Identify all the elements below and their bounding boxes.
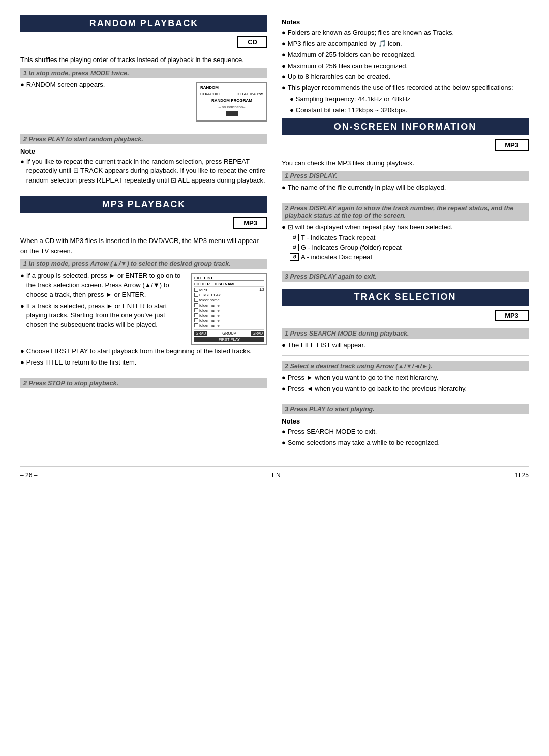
mp3-bullet-2: ● If a track is selected, press ► or ENT…: [20, 301, 186, 330]
track-notes-bullets: ● Press SEARCH MODE to exit. ● Some sele…: [282, 427, 529, 448]
random-note-bullets: ● If you like to repeat the current trac…: [20, 157, 267, 186]
file-icon: [194, 293, 198, 297]
note-3-text: Maximum of 255 folders can be recognized…: [288, 50, 416, 60]
bullet-dot: ●: [20, 157, 24, 167]
track-step2-bullet-2: ● Press ◄ when you want to go back to th…: [282, 384, 529, 394]
track-selection-section: Track Selection MP3 1 Press SEARCH MODE …: [282, 289, 529, 448]
on-screen-divider2: [282, 266, 529, 266]
notes-label: Notes: [282, 18, 529, 26]
filelist-folder-row: MP3 1/2: [194, 288, 264, 292]
random-step1-bullet-text: RANDOM screen appears.: [26, 80, 105, 90]
bullet-dot: ●: [282, 341, 286, 350]
folder-icon: [194, 288, 198, 292]
note-bullet-3: ● Maximum of 255 folders can be recogniz…: [282, 50, 529, 60]
screen-header: RANDOM: [200, 85, 263, 90]
track-step1-bullet: ● The FILE LIST will appear.: [282, 341, 529, 350]
track-step1-text: The FILE LIST will appear.: [288, 341, 365, 350]
filelist-bottom-left: GROUP: [222, 331, 236, 336]
track-step2-text-2: Press ◄ when you want to go back to the …: [288, 384, 467, 394]
section-divider: [20, 191, 267, 191]
filelist-first-play-btn: FIRST PLAY: [194, 337, 264, 342]
on-screen-step2-bullet: ● ⊡ will be displayed when repeat play h…: [282, 223, 529, 232]
filelist-row-2-text: folder name: [199, 303, 220, 308]
on-screen-header: On-Screen Information: [282, 118, 529, 135]
filelist-row-5: folder name: [194, 318, 264, 323]
cd-badge: CD: [237, 36, 267, 48]
note-bullet-1: ● Folders are known as Groups; files are…: [282, 28, 529, 38]
note-indent-bullets: ● Sampling frequency: 44.1kHz or 48kHz ●…: [290, 95, 529, 115]
filelist-row-1-text: folder name: [199, 298, 220, 303]
note-7-text: Sampling frequency: 44.1kHz or 48kHz: [296, 95, 410, 104]
page-footer: – 26 – EN 1L25: [20, 466, 529, 479]
track-selection-badge-container: MP3: [282, 310, 529, 325]
repeat-track-text: T - indicates Track repeat: [301, 234, 375, 241]
random-step1-label: 1 In stop mode, press MODE twice.: [20, 68, 267, 78]
filelist-bottom: GRAD GROUP GRAD: [194, 329, 264, 336]
filelist-row-3-text: folder name: [199, 308, 220, 313]
mp3-playback-section: MP3 Playback MP3 When a CD with MP3 file…: [20, 196, 267, 388]
repeat-g-icon: ↺: [290, 244, 299, 251]
repeat-disc-text: A - indicates Disc repeat: [301, 253, 372, 261]
note-bullet-8: ● Constant bit rate: 112kbps ~ 320kbps.: [290, 106, 529, 115]
bullet-dot: ●: [282, 72, 286, 82]
repeat-track: ↺ T - indicates Track repeat: [290, 234, 529, 241]
track-selection-header: Track Selection: [282, 289, 529, 306]
filelist-first-play: FIRST PLAY: [194, 293, 264, 297]
screen-small: – no indication–: [200, 105, 263, 109]
on-screen-step2-text: ⊡ will be displayed when repeat play has…: [288, 223, 453, 232]
repeat-items-list: ↺ T - indicates Track repeat ↺ G - indic…: [290, 234, 529, 261]
bullet-dot: ●: [282, 427, 286, 437]
random-step2-label: 2 Press PLAY to start random playback.: [20, 134, 267, 144]
track-note-2: ● Some selections may take a while to be…: [282, 438, 529, 448]
repeat-t-icon: ↺: [290, 234, 299, 241]
on-screen-step1-bullet: ● The name of the file currently in play…: [282, 183, 529, 193]
track-note-2-text: Some selections may take a while to be r…: [288, 438, 440, 448]
random-screen-mock: RANDOM CD/AUDIO TOTAL 0:40:55 RANDOM PRO…: [196, 82, 267, 122]
bullet-dot: ●: [282, 62, 286, 71]
track-divider1: [282, 355, 529, 356]
cd-badge-container: CD: [20, 36, 267, 52]
filelist-title: FILE LIST: [194, 276, 213, 280]
mp3-notes-section: Notes ● Folders are known as Groups; fil…: [282, 18, 529, 115]
bullet-dot: ●: [20, 358, 24, 368]
mp3-badge: MP3: [233, 217, 267, 229]
filelist-row-2: folder name: [194, 303, 264, 308]
bullet-dot: ●: [282, 373, 286, 383]
mp3-notes-bullets: ● Folders are known as Groups; files are…: [282, 28, 529, 115]
on-screen-step1-label: 1 Press DISPLAY.: [282, 171, 529, 181]
filelist-folder-name: MP3: [199, 288, 207, 292]
footer-code: 1L25: [515, 472, 529, 479]
bullet-dot: ●: [20, 347, 24, 356]
mp3-badge-container: MP3: [20, 217, 267, 233]
filelist-row-4-text: folder name: [199, 313, 220, 318]
mp3-bullet-4-text: Press TITLE to return to the first item.: [26, 358, 137, 368]
filelist-header: FILE LIST: [194, 276, 264, 281]
note-bullet-4: ● Maximum of 256 files can be recognized…: [282, 62, 529, 71]
note-bullet-6: ● This player recommends the use of file…: [282, 83, 529, 93]
file-icon: [194, 318, 198, 322]
on-screen-step3-label: 3 Press DISPLAY again to exit.: [282, 271, 529, 282]
bullet-dot: ●: [282, 28, 286, 38]
bullet-dot: ●: [20, 80, 24, 90]
screen-button: [226, 111, 238, 116]
note-bullet-2: ● MP3 files are accompanied by 🎵 icon.: [282, 39, 529, 49]
random-playback-header: Random Playback: [20, 15, 267, 32]
random-note-label: Note: [20, 147, 267, 155]
note-2-text: MP3 files are accompanied by 🎵 icon.: [288, 39, 402, 49]
on-screen-section: On-Screen Information MP3 You can check …: [282, 118, 529, 282]
filelist-row-1: folder name: [194, 298, 264, 303]
bullet-dot: ●: [290, 95, 294, 104]
mp3-divider: [20, 373, 267, 373]
track-note-1-text: Press SEARCH MODE to exit.: [288, 427, 377, 437]
filelist-row-4: folder name: [194, 313, 264, 318]
on-screen-badge-container: MP3: [282, 139, 529, 155]
note-6-text: This player recommends the use of files …: [288, 83, 513, 93]
note-8-text: Constant bit rate: 112kbps ~ 320kbps.: [296, 106, 407, 115]
repeat-a-icon: ↺: [290, 253, 299, 261]
mp3-bullet-3: ● Choose FIRST PLAY to start playback fr…: [20, 347, 267, 356]
mp3-bullet-1: ● If a group is selected, press ► or ENT…: [20, 271, 186, 300]
random-note-text: If you like to repeat the current track …: [26, 157, 267, 186]
filelist-btn-right: GRAD: [251, 331, 264, 336]
bullet-dot: ●: [282, 384, 286, 394]
note-bullet-7: ● Sampling frequency: 44.1kHz or 48kHz: [290, 95, 529, 104]
